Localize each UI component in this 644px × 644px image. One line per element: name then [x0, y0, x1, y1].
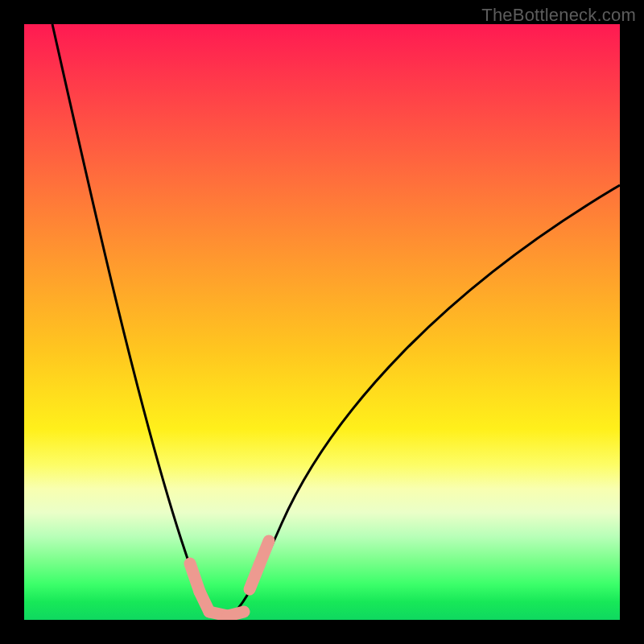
marker-seg: [259, 541, 269, 565]
marker-seg: [228, 612, 244, 616]
marker-group: [190, 541, 269, 616]
curve-svg: [24, 24, 620, 620]
watermark-text: TheBottleneck.com: [481, 5, 636, 26]
plot-area: [24, 24, 620, 620]
bottleneck-curve: [52, 24, 620, 618]
